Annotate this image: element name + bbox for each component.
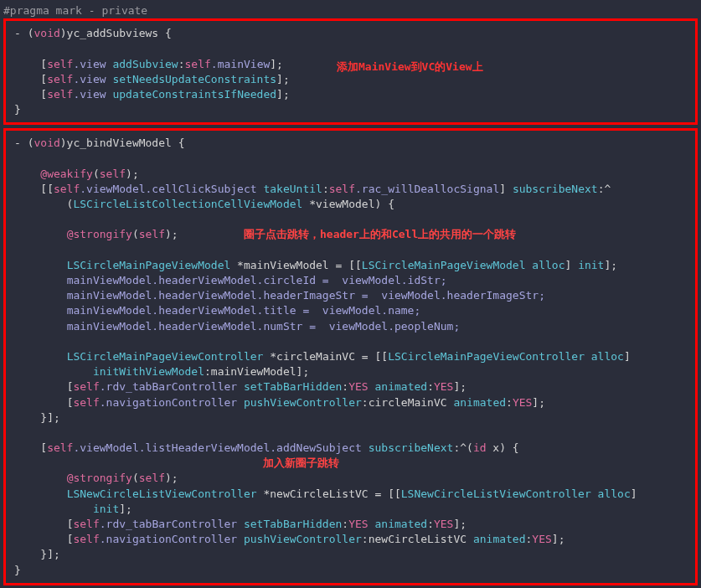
code-line: initWithViewModel:mainViewModel]; (14, 364, 687, 379)
close: }]; (14, 410, 687, 426)
blank (14, 334, 687, 349)
code-line: @strongify(self); (14, 471, 687, 486)
code-line: mainViewModel.headerViewModel.title = vi… (14, 303, 687, 318)
code-line: [self.view updateConstraintsIfNeeded]; (14, 87, 687, 102)
code-line: LSCircleMainPageViewController *circleMa… (14, 349, 687, 364)
code-line: [self.rdv_tabBarController setTabBarHidd… (14, 517, 687, 532)
code-line: [self.navigationController pushViewContr… (14, 395, 687, 410)
code-line: [self.rdv_tabBarController setTabBarHidd… (14, 379, 687, 395)
blank (14, 243, 687, 258)
code-line: [[self.viewModel.cellClickSubject takeUn… (14, 182, 687, 197)
code-line: @weakify(self); (14, 167, 687, 182)
code-line: [self.viewModel.listHeaderViewModel.addN… (14, 441, 687, 456)
code-line: LSCircleMainPageViewModel *mainViewModel… (14, 258, 687, 273)
annotation: 加入新圈子跳转 (14, 456, 687, 471)
code-line: mainViewModel.headerViewModel.headerImag… (14, 288, 687, 303)
close: }]; (14, 547, 687, 562)
method-sig: - (void)yc_bindViewModel { (14, 136, 687, 151)
method-sig: - (void)yc_addSubviews { (14, 26, 687, 41)
close-brace: } (14, 563, 687, 578)
code-line: (LSCircleListCollectionCellViewModel *vi… (14, 197, 687, 212)
code-line: [self.navigationController pushViewContr… (14, 532, 687, 547)
close-brace: } (14, 102, 687, 117)
blank (14, 212, 687, 227)
blank (14, 152, 687, 167)
annotation-text: 添加MainView到VC的View上 (337, 59, 483, 75)
pragma-line: #pragma mark - private (3, 3, 698, 18)
code-line: mainViewModel.headerViewModel.numStr = v… (14, 319, 687, 334)
section-bindviewmodel: - (void)yc_bindViewModel { @weakify(self… (3, 128, 698, 585)
code-line: LSNewCircleListViewController *newCircle… (14, 487, 687, 502)
section-addsubviews: - (void)yc_addSubviews { [self.view addS… (3, 18, 698, 125)
code-line: init]; (14, 502, 687, 517)
code-line: mainViewModel.headerViewModel.circleId =… (14, 273, 687, 288)
code-line: @strongify(self); 圈子点击跳转，header上的和Cell上的… (14, 227, 687, 242)
blank (14, 426, 687, 441)
blank (14, 41, 687, 56)
